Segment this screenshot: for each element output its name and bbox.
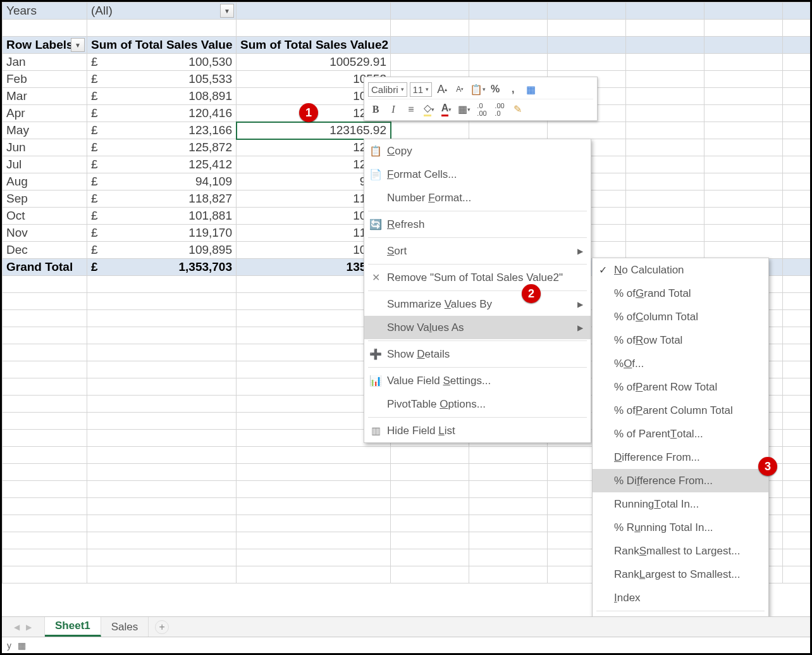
font-size-selector[interactable]: 11▾ (410, 82, 433, 97)
val1-cell[interactable]: £94,109 (87, 173, 237, 190)
ctx-refresh[interactable]: 🔄Refresh (364, 213, 591, 236)
copy-icon: 📋 (364, 145, 387, 157)
comma-style-icon[interactable]: , (505, 82, 520, 97)
val1-cell[interactable]: £105,533 (87, 71, 237, 88)
val1-cell[interactable]: £118,827 (87, 190, 237, 208)
row-label[interactable]: Jun (3, 139, 87, 156)
sub-of-row-total[interactable]: % of Row Total (593, 328, 768, 352)
shrink-font-icon[interactable]: A▾ (452, 82, 467, 97)
val1-cell[interactable]: £123,166 (87, 122, 237, 139)
val1-cell[interactable]: £100,530 (87, 54, 237, 71)
val1-cell[interactable]: £101,881 (87, 208, 237, 225)
sub-index[interactable]: Index (593, 586, 768, 609)
sub-running-total-in[interactable]: % Running Total In... (593, 516, 768, 539)
chevron-right-icon: ▶ (577, 247, 583, 256)
sub-difference-from[interactable]: Difference From... (593, 446, 768, 469)
increase-decimal-icon[interactable]: .0.00 (474, 102, 489, 117)
val1-cell[interactable]: £125,872 (87, 139, 237, 156)
row-label[interactable]: Jul (3, 156, 87, 173)
ctx-value-field-settings[interactable]: 📊Value Field Settings... (364, 369, 591, 392)
row-label[interactable]: Apr (3, 105, 87, 122)
sheet-tabs-bar: ◀ ▶ Sheet1 Sales + (2, 616, 810, 637)
val1-cell[interactable]: £119,170 (87, 225, 237, 242)
ctx-sort[interactable]: Sort▶ (364, 239, 591, 263)
bold-icon[interactable]: B (368, 102, 383, 117)
sub-rank-smallest-to-largest[interactable]: Rank Smallest to Largest... (593, 539, 768, 563)
percent-style-icon[interactable]: % (488, 82, 503, 97)
clear-format-icon[interactable]: ✎ (510, 102, 525, 117)
ctx-summarize-values-by[interactable]: Summarize Values By▶ (364, 292, 591, 316)
sub-of-parent-total[interactable]: % of Parent Total... (593, 422, 768, 446)
ctx-label: Refresh (387, 218, 425, 231)
grand-total-val1[interactable]: £1,353,703 (87, 259, 237, 276)
row-label[interactable]: Aug (3, 173, 87, 190)
ctx-show-values-as[interactable]: Show Values As▶ (364, 316, 591, 339)
row-label[interactable]: Dec (3, 242, 87, 259)
list-icon: ▥ (364, 425, 387, 437)
sub-of-parent-column-total[interactable]: % of Parent Column Total (593, 399, 768, 422)
sheet-tab-sales[interactable]: Sales (101, 617, 149, 637)
sub-of-grand-total[interactable]: % of Grand Total (593, 282, 768, 305)
status-ready: y (7, 640, 11, 651)
sheet-nav-arrows[interactable]: ◀ ▶ (2, 617, 45, 637)
ctx-number-format[interactable]: Number Format... (364, 186, 591, 209)
x-icon: ✕ (364, 271, 387, 284)
italic-icon[interactable]: I (386, 102, 401, 117)
borders-icon[interactable]: ▦▾ (457, 102, 472, 117)
sub-of[interactable]: % Of... (593, 352, 768, 375)
row-label[interactable]: Oct (3, 208, 87, 225)
grand-total-label[interactable]: Grand Total (3, 259, 87, 276)
sub-of-column-total[interactable]: % of Column Total (593, 305, 768, 328)
font-name-selector[interactable]: Calibri▾ (368, 82, 407, 97)
row-labels-header[interactable]: Row Labels ▼ (3, 37, 87, 54)
filter-value-cell[interactable]: (All) ▼ (87, 3, 237, 20)
ctx-label: Hide Field List (387, 425, 455, 437)
sub-running-total-in[interactable]: Running Total In... (593, 492, 768, 516)
chevron-right-icon: ▶ (577, 300, 583, 309)
val2-cell[interactable]: 100529.91 (237, 54, 391, 71)
context-menu: 📋Copy📄Format Cells...Number Format...🔄Re… (364, 139, 591, 443)
val1-cell[interactable]: £108,891 (87, 88, 237, 105)
align-icon[interactable]: ≡ (403, 102, 419, 117)
font-color-icon[interactable]: A▾ (439, 102, 454, 117)
sub-difference-from[interactable]: % Difference From... (593, 469, 768, 492)
ctx-hide-field-list[interactable]: ▥Hide Field List (364, 419, 591, 442)
sub-of-parent-row-total[interactable]: % of Parent Row Total (593, 375, 768, 399)
row-labels-dropdown-icon[interactable]: ▼ (71, 38, 85, 52)
ctx-label: Summarize Values By (387, 298, 492, 311)
record-macro-icon[interactable]: ▦ (18, 640, 26, 651)
val1-cell[interactable]: £120,416 (87, 105, 237, 122)
field-icon: 📊 (364, 375, 387, 387)
ctx-pivottable-options[interactable]: PivotTable Options... (364, 392, 591, 416)
filter-field-label[interactable]: Years (3, 3, 87, 20)
val1-cell[interactable]: £109,895 (87, 242, 237, 259)
fill-color-icon[interactable]: ◇▾ (421, 102, 436, 117)
sub-rank-largest-to-smallest[interactable]: Rank Largest to Smallest... (593, 563, 768, 586)
sheet-tab-sheet1[interactable]: Sheet1 (45, 617, 101, 637)
ctx-remove-sum-of-total-sales-value[interactable]: ✕Remove "Sum of Total Sales Value2" (364, 266, 591, 289)
ctx-copy[interactable]: 📋Copy (364, 139, 591, 163)
col1-header[interactable]: Sum of Total Sales Value (87, 37, 237, 54)
decrease-decimal-icon[interactable]: .00.0 (492, 102, 507, 117)
row-label[interactable]: Sep (3, 190, 87, 208)
new-sheet-icon[interactable]: + (155, 620, 169, 634)
val1-cell[interactable]: £125,412 (87, 156, 237, 173)
ctx-label: Value Field Settings... (387, 375, 491, 387)
row-label[interactable]: Nov (3, 225, 87, 242)
row-label[interactable]: Mar (3, 88, 87, 105)
row-label[interactable]: Jan (3, 54, 87, 71)
ctx-label: Show Details (387, 348, 450, 361)
mini-toolbar: Calibri▾ 11▾ A▴ A▾ 📋▾ % , ▦ B I ≡ ◇▾ A▾ … (364, 77, 598, 121)
row-label[interactable]: May (3, 122, 87, 139)
ctx-format-cells[interactable]: 📄Format Cells... (364, 163, 591, 186)
row-label[interactable]: Feb (3, 71, 87, 88)
sub-no-calculation[interactable]: No Calculation (593, 258, 768, 282)
val2-cell[interactable]: 123165.92 (237, 122, 391, 139)
ctx-show-details[interactable]: ➕Show Details (364, 342, 591, 366)
filter-dropdown-icon[interactable]: ▼ (220, 4, 234, 18)
ctx-label: PivotTable Options... (387, 398, 486, 411)
col2-header[interactable]: Sum of Total Sales Value2 (237, 37, 391, 54)
grow-font-icon[interactable]: A▴ (434, 82, 450, 97)
merge-icon[interactable]: ▦ (523, 82, 538, 97)
format-painter-icon[interactable]: 📋▾ (470, 82, 485, 97)
